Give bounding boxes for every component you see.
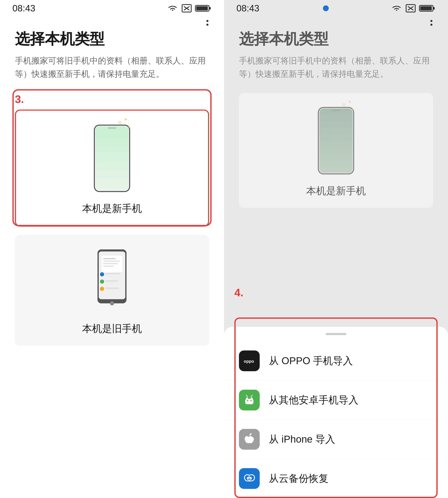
apple-logo-svg [243, 433, 256, 446]
old-phone-illustration [89, 247, 135, 314]
wifi-icon [167, 4, 178, 13]
right-step-label: 4. [234, 286, 243, 299]
sparkle1: ○ [118, 119, 122, 126]
svg-rect-15 [105, 273, 120, 274]
left-menu-dots[interactable] [201, 17, 214, 29]
right-status-icons [391, 4, 435, 13]
bottom-sheet: oppo 从 OPPO 手机导入 从其他安卓手机导 [224, 327, 448, 498]
right-new-phone-svg [313, 105, 359, 176]
right-new-phone-card[interactable]: ○ + + 本机是新手机 [239, 93, 433, 208]
right-new-phone-illustration: ○ + + [313, 105, 359, 176]
svg-point-17 [100, 280, 104, 284]
svg-rect-5 [196, 6, 208, 10]
svg-rect-27 [103, 266, 114, 267]
new-phone-illustration: ○ + + [89, 123, 135, 194]
right-status-bar: 08:43 [224, 0, 448, 17]
oppo-label: 从 OPPO 手机导入 [269, 354, 353, 367]
left-time: 08:43 [13, 3, 35, 14]
left-page-content: 选择本机类型 手机搬家可将旧手机中的资料（相册、联系人、应用等）快速搬至新手机，… [0, 17, 224, 498]
svg-rect-25 [103, 261, 120, 262]
svg-rect-8 [108, 127, 116, 129]
right-new-phone-label: 本机是新手机 [306, 184, 366, 198]
svg-rect-21 [105, 288, 119, 289]
right-page-subtitle: 手机搬家可将旧手机中的资料（相册、联系人、应用等）快速搬至新手机，请保持电量充足… [239, 54, 433, 81]
new-phone-svg [89, 123, 135, 194]
svg-rect-19 [105, 283, 114, 284]
cloud-label: 从云备份恢复 [269, 472, 329, 485]
sheet-item-cloud[interactable]: 从云备份恢复 [224, 459, 448, 498]
left-step-label: 3. [15, 93, 209, 105]
svg-line-43 [246, 395, 248, 397]
left-status-bar: 08:43 [0, 0, 224, 17]
right-sim-icon [406, 4, 416, 13]
right-panel: 08:43 选择本 [224, 0, 448, 498]
right-time: 08:43 [237, 3, 259, 14]
cloud-logo-svg [243, 472, 256, 485]
left-panel: 08:43 [0, 0, 224, 498]
android-logo-svg [243, 394, 256, 406]
right-page-title: 选择本机类型 [239, 29, 433, 49]
right-sparkle2: + [349, 99, 351, 105]
svg-rect-4 [209, 7, 211, 10]
svg-rect-33 [420, 6, 432, 10]
oppo-logo-svg: oppo [243, 357, 256, 365]
android-icon [239, 390, 260, 410]
right-wifi-icon [391, 4, 402, 13]
left-page-subtitle: 手机搬家可将旧手机中的资料（相册、联系人、应用等）快速搬至新手机，请保持电量充足… [15, 54, 209, 81]
sheet-handle [326, 333, 346, 335]
apple-icon [239, 429, 260, 450]
svg-point-14 [100, 272, 104, 276]
sparkle2: + [125, 117, 127, 122]
svg-point-42 [250, 400, 252, 401]
old-phone-card[interactable]: 本机是旧手机 [15, 235, 209, 346]
dot2 [206, 24, 208, 26]
svg-text:oppo: oppo [244, 359, 254, 364]
svg-rect-40 [245, 399, 254, 404]
svg-rect-16 [105, 276, 116, 277]
right-sparkle1: ○ [342, 101, 346, 108]
sheet-item-android[interactable]: 从其他安卓手机导入 [224, 381, 448, 420]
left-status-icons [167, 4, 211, 13]
android-label: 从其他安卓手机导入 [269, 393, 358, 407]
sim-icon [182, 4, 192, 13]
svg-rect-7 [96, 126, 128, 190]
new-phone-card[interactable]: ○ + + 本机是新手 [15, 110, 209, 227]
svg-rect-32 [433, 7, 435, 10]
old-phone-label: 本机是旧手机 [82, 322, 142, 335]
svg-rect-26 [103, 263, 118, 264]
svg-rect-24 [103, 258, 116, 259]
cloud-icon [239, 468, 260, 489]
svg-point-41 [247, 400, 248, 401]
svg-point-11 [110, 301, 114, 305]
right-sparkle3: + [352, 107, 354, 112]
svg-rect-36 [332, 110, 340, 111]
svg-point-20 [100, 287, 104, 291]
svg-line-44 [251, 395, 252, 397]
new-phone-label: 本机是新手机 [82, 202, 142, 215]
app-indicator [323, 5, 329, 11]
sparkle3: + [128, 125, 130, 130]
svg-rect-22 [105, 290, 115, 291]
old-phone-svg [89, 247, 135, 310]
oppo-icon: oppo [239, 350, 260, 371]
sheet-item-oppo[interactable]: oppo 从 OPPO 手机导入 [224, 341, 448, 381]
sheet-item-iphone[interactable]: 从 iPhone 导入 [224, 420, 448, 459]
right-battery-icon [419, 4, 435, 13]
battery-icon [195, 4, 211, 13]
dot1 [206, 20, 208, 22]
svg-rect-18 [105, 280, 118, 282]
left-page-title: 选择本机类型 [15, 29, 209, 49]
svg-rect-35 [320, 109, 352, 173]
iphone-label: 从 iPhone 导入 [269, 433, 335, 446]
